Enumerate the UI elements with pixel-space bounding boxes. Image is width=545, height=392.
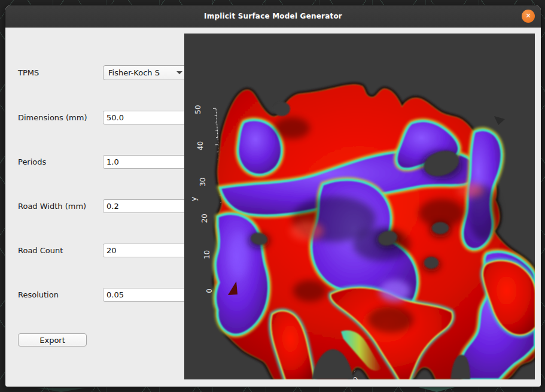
resolution-field[interactable]: [103, 288, 188, 302]
tpms-3d-plot: 01020304050y01020304050z0: [184, 34, 535, 379]
tpms-select[interactable]: Fisher-Koch S: [103, 65, 188, 80]
svg-text:30: 30: [199, 178, 207, 187]
chevron-down-icon: [176, 71, 182, 74]
dimensions-label: Dimensions (mm): [18, 113, 87, 122]
road-width-field[interactable]: [103, 199, 188, 213]
svg-text:20: 20: [200, 214, 209, 223]
dimensions-field[interactable]: [103, 111, 188, 124]
window-content: TPMS Fisher-Koch S Dimensions (mm) Perio…: [6, 28, 540, 386]
road-count-label: Road Count: [18, 246, 63, 255]
wallpaper-triangle: [36, 388, 86, 392]
form-row-road-width: Road Width (mm): [18, 199, 86, 213]
tpms-label: TPMS: [18, 68, 39, 77]
svg-text:40: 40: [196, 141, 205, 150]
form-row-tpms: TPMS Fisher-Koch S: [18, 65, 39, 80]
tpms-selected-value: Fisher-Koch S: [108, 68, 160, 77]
form-row-dimensions: Dimensions (mm): [18, 111, 87, 124]
resolution-label: Resolution: [18, 290, 59, 299]
road-count-field[interactable]: [103, 244, 188, 257]
tpms-surface-art: [214, 84, 535, 379]
mesh-shadow-fragment: [494, 116, 505, 125]
road-width-label: Road Width (mm): [18, 202, 86, 211]
form-row-resolution: Resolution: [18, 288, 59, 302]
export-button[interactable]: Export: [18, 333, 87, 347]
window-title: Implicit Surface Model Generator: [204, 12, 342, 20]
svg-text:y: y: [190, 197, 198, 201]
form-row-periods: Periods: [18, 155, 46, 169]
svg-text:10: 10: [203, 250, 211, 259]
close-icon: ✕: [525, 12, 531, 20]
title-bar[interactable]: Implicit Surface Model Generator ✕: [5, 5, 541, 28]
form-row-road-count: Road Count: [18, 244, 63, 257]
close-button[interactable]: ✕: [522, 10, 535, 23]
periods-label: Periods: [18, 157, 46, 166]
desktop: { "window": { "title": "Implicit Surface…: [0, 0, 545, 392]
app-window: Implicit Surface Model Generator ✕ TPMS …: [5, 5, 541, 387]
surface-viewport[interactable]: 01020304050y01020304050z0: [184, 34, 535, 379]
svg-text:0: 0: [205, 288, 214, 293]
svg-text:50: 50: [194, 105, 202, 114]
periods-field[interactable]: [103, 155, 188, 169]
